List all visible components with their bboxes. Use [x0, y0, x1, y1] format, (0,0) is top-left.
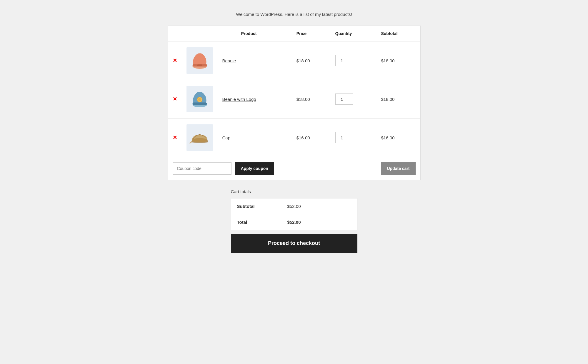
apply-coupon-button[interactable]: Apply coupon	[235, 162, 274, 175]
svg-point-7	[192, 138, 207, 142]
product-name-cell: Beanie with Logo	[218, 80, 292, 118]
table-row: ✕ Beanie with Logo $18.00 $18.00	[168, 80, 420, 118]
col-remove	[168, 26, 182, 41]
col-image	[182, 26, 218, 41]
product-quantity-cell	[331, 41, 377, 80]
product-image	[186, 124, 213, 151]
product-subtotal-cell: $18.00	[376, 41, 420, 80]
remove-cell: ✕	[168, 118, 182, 157]
cart-table-container: Product Price Quantity Subtotal ✕ Beanie	[168, 26, 421, 180]
quantity-input[interactable]	[335, 132, 353, 143]
product-subtotal-cell: $16.00	[376, 118, 420, 157]
cart-totals-title: Cart totals	[231, 189, 357, 194]
cart-table: Product Price Quantity Subtotal ✕ Beanie	[168, 26, 420, 157]
svg-rect-2	[197, 64, 202, 66]
coupon-group: Apply coupon	[173, 162, 274, 175]
svg-point-6	[198, 98, 201, 101]
table-row: ✕ Cap $16.00 $16.00	[168, 118, 420, 157]
product-image-cell	[182, 118, 218, 157]
cart-totals-wrapper: Cart totals Subtotal $52.00 Total $52.00…	[168, 189, 421, 253]
col-subtotal-header: Subtotal	[376, 26, 420, 41]
remove-cell: ✕	[168, 41, 182, 80]
remove-icon[interactable]: ✕	[173, 134, 177, 141]
quantity-input[interactable]	[335, 93, 353, 105]
remove-icon[interactable]: ✕	[173, 96, 177, 102]
product-link[interactable]: Beanie with Logo	[222, 97, 256, 102]
total-label: Total	[231, 214, 281, 230]
product-link[interactable]: Beanie	[222, 58, 236, 63]
product-subtotal-cell: $18.00	[376, 80, 420, 118]
coupon-input[interactable]	[173, 162, 231, 175]
svg-rect-4	[192, 102, 207, 105]
update-cart-button[interactable]: Update cart	[381, 162, 415, 175]
product-quantity-cell	[331, 118, 377, 157]
table-row: ✕ Beanie $18.00 $18.00	[168, 41, 420, 80]
subtotal-value: $52.00	[281, 198, 357, 214]
product-name-cell: Beanie	[218, 41, 292, 80]
col-quantity-header: Quantity	[331, 26, 377, 41]
product-price-cell: $18.00	[292, 41, 331, 80]
product-price-cell: $18.00	[292, 80, 331, 118]
total-row: Total $52.00	[231, 214, 357, 230]
total-value: $52.00	[281, 214, 357, 230]
cart-footer: Apply coupon Update cart	[168, 157, 420, 180]
subtotal-row: Subtotal $52.00	[231, 198, 357, 214]
product-price-cell: $16.00	[292, 118, 331, 157]
cart-totals-table: Subtotal $52.00 Total $52.00	[231, 198, 357, 230]
cart-totals-section: Cart totals Subtotal $52.00 Total $52.00…	[231, 189, 357, 253]
product-image	[186, 47, 213, 74]
page-title: Welcome to WordPress. Here is a list of …	[236, 12, 352, 17]
product-image-cell	[182, 80, 218, 118]
product-image-cell	[182, 41, 218, 80]
subtotal-label: Subtotal	[231, 198, 281, 214]
remove-cell: ✕	[168, 80, 182, 118]
checkout-button[interactable]: Proceed to checkout	[231, 234, 357, 253]
col-price-header: Price	[292, 26, 331, 41]
product-link[interactable]: Cap	[222, 135, 231, 140]
product-image	[186, 86, 213, 112]
product-name-cell: Cap	[218, 118, 292, 157]
product-quantity-cell	[331, 80, 377, 118]
col-product-header: Product	[218, 26, 292, 41]
quantity-input[interactable]	[335, 55, 353, 66]
remove-icon[interactable]: ✕	[173, 57, 177, 64]
